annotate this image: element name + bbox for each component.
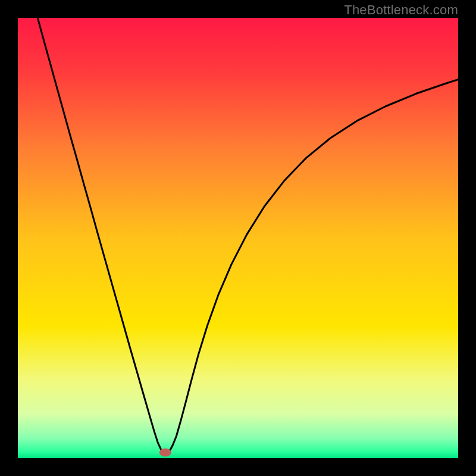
bottleneck-curve [37, 18, 458, 454]
plot-area [18, 18, 458, 458]
chart-frame: TheBottleneck.com [0, 0, 476, 476]
minimum-marker [159, 448, 171, 456]
watermark-text: TheBottleneck.com [344, 2, 458, 18]
curve-layer [18, 18, 458, 458]
